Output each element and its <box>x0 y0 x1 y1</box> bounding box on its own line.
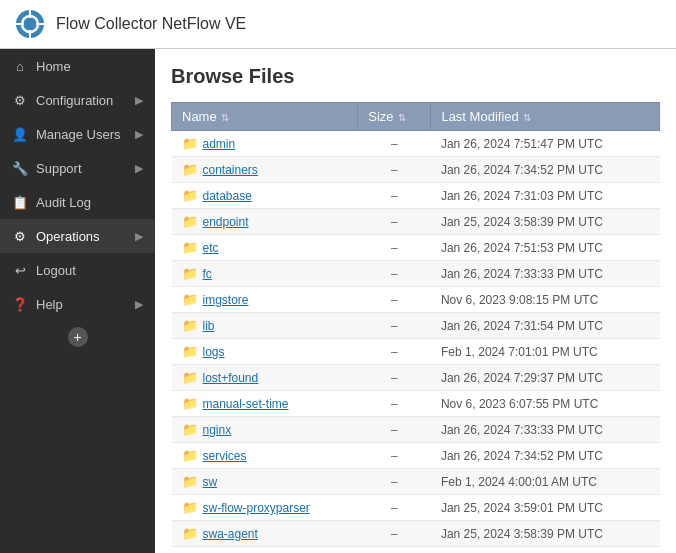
sidebar-item-help[interactable]: ❓Help▶ <box>0 287 155 321</box>
sidebar-item-label-manage-users: Manage Users <box>36 127 121 142</box>
support-arrow-icon: ▶ <box>135 162 143 175</box>
file-date-cell: Jan 26, 2024 7:33:33 PM UTC <box>431 261 660 287</box>
sidebar-item-support[interactable]: 🔧Support▶ <box>0 151 155 185</box>
table-row: 📁admin–Jan 26, 2024 7:51:47 PM UTC <box>172 131 660 157</box>
file-name-cell[interactable]: 📁endpoint <box>172 209 358 235</box>
folder-icon: 📁 <box>182 214 198 229</box>
sidebar-item-operations[interactable]: ⚙Operations▶ <box>0 219 155 253</box>
file-name-cell[interactable]: 📁nginx <box>172 417 358 443</box>
folder-icon: 📁 <box>182 240 198 255</box>
file-table: Name⇅Size⇅Last Modified⇅ 📁admin–Jan 26, … <box>171 102 660 553</box>
folder-icon: 📁 <box>182 344 198 359</box>
table-row: 📁imgstore–Nov 6, 2023 9:08:15 PM UTC <box>172 287 660 313</box>
manage-users-icon: 👤 <box>12 126 28 142</box>
file-date-cell: Jan 26, 2024 7:33:33 PM UTC <box>431 417 660 443</box>
sidebar-item-audit-log[interactable]: 📋Audit Log <box>0 185 155 219</box>
file-name-cell[interactable]: 📁swa-agent <box>172 521 358 547</box>
folder-icon: 📁 <box>182 318 198 333</box>
column-header-name[interactable]: Name⇅ <box>172 103 358 131</box>
file-name-cell[interactable]: 📁services <box>172 443 358 469</box>
file-date-cell: Jan 26, 2024 7:51:53 PM UTC <box>431 235 660 261</box>
table-row: 📁containers–Jan 26, 2024 7:34:52 PM UTC <box>172 157 660 183</box>
sidebar-item-label-logout: Logout <box>36 263 76 278</box>
folder-icon: 📁 <box>182 370 198 385</box>
logout-icon: ↩ <box>12 262 28 278</box>
file-name-cell[interactable]: 📁fc <box>172 261 358 287</box>
table-row: 📁database–Jan 26, 2024 7:31:03 PM UTC <box>172 183 660 209</box>
manage-users-arrow-icon: ▶ <box>135 128 143 141</box>
sidebar: ⌂Home⚙Configuration▶👤Manage Users▶🔧Suppo… <box>0 49 155 553</box>
column-header-last_modified[interactable]: Last Modified⇅ <box>431 103 660 131</box>
table-row: 📁services–Jan 26, 2024 7:34:52 PM UTC <box>172 443 660 469</box>
sidebar-item-home[interactable]: ⌂Home <box>0 49 155 83</box>
folder-icon: 📁 <box>182 162 198 177</box>
sidebar-add-button[interactable]: + <box>68 327 88 347</box>
operations-icon: ⚙ <box>12 228 28 244</box>
file-date-cell: Feb 1, 2024 4:00:01 AM UTC <box>431 469 660 495</box>
sidebar-item-label-audit-log: Audit Log <box>36 195 91 210</box>
folder-icon: 📁 <box>182 188 198 203</box>
sidebar-item-label-operations: Operations <box>36 229 100 244</box>
page-title: Browse Files <box>171 65 660 88</box>
table-row: 📁lib–Jan 26, 2024 7:31:54 PM UTC <box>172 313 660 339</box>
file-size-cell: – <box>358 131 431 157</box>
file-size-cell: – <box>358 157 431 183</box>
file-name-cell[interactable]: 📁manual-set-time <box>172 391 358 417</box>
file-name-cell[interactable]: 📁database <box>172 183 358 209</box>
file-name-cell[interactable]: 📁admin <box>172 131 358 157</box>
file-size-cell: – <box>358 521 431 547</box>
table-row: 📁fc–Jan 26, 2024 7:33:33 PM UTC <box>172 261 660 287</box>
file-date-cell: Jan 25, 2024 3:58:39 PM UTC <box>431 209 660 235</box>
file-date-cell: Feb 1, 2024 7:01:01 PM UTC <box>431 339 660 365</box>
file-size-cell: – <box>358 547 431 554</box>
file-date-cell: Jan 26, 2024 7:31:03 PM UTC <box>431 183 660 209</box>
table-row: 📁nginx–Jan 26, 2024 7:33:33 PM UTC <box>172 417 660 443</box>
table-row: 📁lost+found–Jan 26, 2024 7:29:37 PM UTC <box>172 365 660 391</box>
file-size-cell: – <box>358 261 431 287</box>
file-date-cell: Jan 25, 2024 3:59:01 PM UTC <box>431 495 660 521</box>
file-name-cell[interactable]: 📁sysimage <box>172 547 358 554</box>
table-row: 📁sw-flow-proxyparser–Jan 25, 2024 3:59:0… <box>172 495 660 521</box>
file-name-cell[interactable]: 📁logs <box>172 339 358 365</box>
folder-icon: 📁 <box>182 292 198 307</box>
sidebar-item-logout[interactable]: ↩Logout <box>0 253 155 287</box>
sort-icon-size: ⇅ <box>398 112 406 123</box>
main-content: Browse Files Name⇅Size⇅Last Modified⇅ 📁a… <box>155 49 676 553</box>
file-date-cell: Jan 26, 2024 7:31:54 PM UTC <box>431 313 660 339</box>
operations-arrow-icon: ▶ <box>135 230 143 243</box>
file-size-cell: – <box>358 391 431 417</box>
folder-icon: 📁 <box>182 448 198 463</box>
column-header-size[interactable]: Size⇅ <box>358 103 431 131</box>
sidebar-item-label-home: Home <box>36 59 71 74</box>
table-row: 📁logs–Feb 1, 2024 7:01:01 PM UTC <box>172 339 660 365</box>
file-size-cell: – <box>358 339 431 365</box>
table-row: 📁etc–Jan 26, 2024 7:51:53 PM UTC <box>172 235 660 261</box>
file-name-cell[interactable]: 📁etc <box>172 235 358 261</box>
sidebar-item-label-help: Help <box>36 297 63 312</box>
folder-icon: 📁 <box>182 422 198 437</box>
file-name-cell[interactable]: 📁containers <box>172 157 358 183</box>
file-size-cell: – <box>358 183 431 209</box>
file-name-cell[interactable]: 📁lib <box>172 313 358 339</box>
table-row: 📁sw–Feb 1, 2024 4:00:01 AM UTC <box>172 469 660 495</box>
folder-icon: 📁 <box>182 136 198 151</box>
file-date-cell: Jan 26, 2024 7:31:41 PM UTC <box>431 547 660 554</box>
help-icon: ❓ <box>12 296 28 312</box>
file-date-cell: Jan 26, 2024 7:34:52 PM UTC <box>431 443 660 469</box>
sort-icon-last_modified: ⇅ <box>523 112 531 123</box>
file-date-cell: Jan 26, 2024 7:29:37 PM UTC <box>431 365 660 391</box>
main-layout: ⌂Home⚙Configuration▶👤Manage Users▶🔧Suppo… <box>0 49 676 553</box>
folder-icon: 📁 <box>182 474 198 489</box>
configuration-icon: ⚙ <box>12 92 28 108</box>
file-name-cell[interactable]: 📁lost+found <box>172 365 358 391</box>
table-row: 📁manual-set-time–Nov 6, 2023 6:07:55 PM … <box>172 391 660 417</box>
file-size-cell: – <box>358 235 431 261</box>
folder-icon: 📁 <box>182 266 198 281</box>
file-size-cell: – <box>358 495 431 521</box>
file-name-cell[interactable]: 📁imgstore <box>172 287 358 313</box>
file-size-cell: – <box>358 469 431 495</box>
file-name-cell[interactable]: 📁sw-flow-proxyparser <box>172 495 358 521</box>
sidebar-item-configuration[interactable]: ⚙Configuration▶ <box>0 83 155 117</box>
file-name-cell[interactable]: 📁sw <box>172 469 358 495</box>
sidebar-item-manage-users[interactable]: 👤Manage Users▶ <box>0 117 155 151</box>
